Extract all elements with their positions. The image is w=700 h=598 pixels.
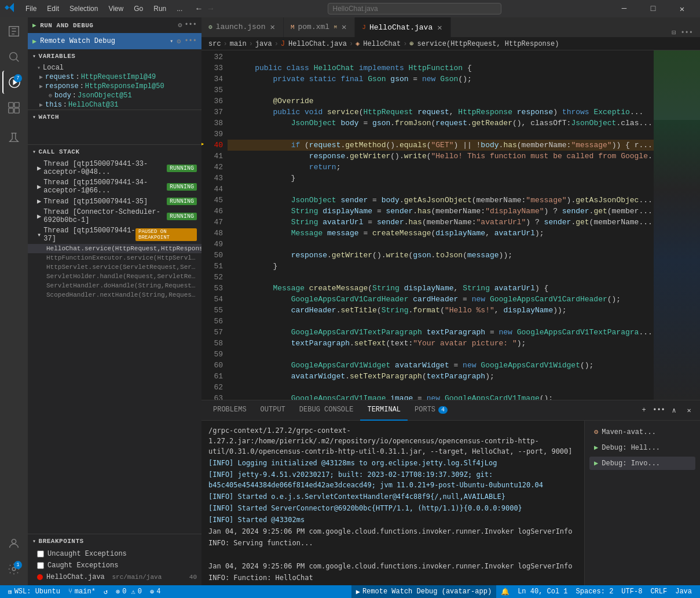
breadcrumb-method[interactable]: service(HttpRequest, HttpResponse) xyxy=(417,40,559,48)
debug-more-btn[interactable]: ••• xyxy=(184,21,197,30)
menu-run[interactable]: Run xyxy=(149,3,171,14)
status-debug[interactable]: ▶ Remote Watch Debug (avatar-app) xyxy=(351,585,496,598)
panel-more-btn[interactable]: ••• xyxy=(653,404,665,417)
activity-testing[interactable] xyxy=(2,126,25,150)
thread-0[interactable]: ▶ Thread [qtp1500079441-33-acceptor-0@48… xyxy=(28,159,201,177)
menu-more[interactable]: ... xyxy=(172,3,187,14)
status-eol[interactable]: CRLF xyxy=(647,585,670,598)
session-chevron[interactable]: ▾ xyxy=(170,38,173,45)
tab-pom[interactable]: M pom.xml M ✕ xyxy=(284,17,355,37)
local-group[interactable]: ▾ Local xyxy=(28,63,201,72)
panel-tab-ports[interactable]: PORTS 4 xyxy=(408,400,455,421)
panel-tab-debug-console[interactable]: DEBUG CONSOLE xyxy=(292,400,361,421)
editor-area: ⚙ launch.json ✕ M pom.xml M ✕ J HelloCha… xyxy=(201,17,700,585)
minimize-btn[interactable]: ─ xyxy=(611,0,637,17)
status-language[interactable]: Java xyxy=(672,585,695,598)
breadcrumb-class[interactable]: HelloChat xyxy=(363,40,401,48)
panel-close-btn[interactable]: ✕ xyxy=(683,404,695,417)
callstack-frame-5[interactable]: ScopedHandler.nextHandle(String,Request,… xyxy=(28,290,201,300)
terminal-line: INFO: Serving function... xyxy=(208,538,577,548)
bp-uncaught[interactable]: Uncaught Exceptions xyxy=(28,548,201,560)
debug-config-btn[interactable]: ⚙ xyxy=(178,21,182,30)
activity-search[interactable] xyxy=(2,45,25,68)
status-spaces[interactable]: Spaces: 2 xyxy=(573,585,617,598)
status-line-col[interactable]: Ln 40, Col 1 xyxy=(514,585,571,598)
maven-label: Maven-avat... xyxy=(602,428,656,436)
more-tabs-btn[interactable]: ••• xyxy=(678,29,695,37)
status-port[interactable]: ⊕ 4 xyxy=(146,585,164,598)
tab-pom-close[interactable]: ✕ xyxy=(340,21,347,33)
callstack-frame-1[interactable]: HttpFunctionExecutor.service(HttpServlet… xyxy=(28,253,201,262)
panel-tab-terminal[interactable]: TERMINAL xyxy=(360,400,408,421)
status-git[interactable]: ⑂ main* xyxy=(65,585,99,598)
code-line-44 xyxy=(228,184,654,195)
code-editor[interactable]: 32 33 34 35 36 37 38 39 ⮞ 40 41 42 43 44… xyxy=(201,50,700,400)
activity-settings[interactable]: 1 xyxy=(2,557,25,581)
session-more-icon[interactable]: ••• xyxy=(184,37,197,45)
breadcrumb-main[interactable]: main xyxy=(230,40,247,48)
search-input[interactable] xyxy=(328,3,501,14)
menu-view[interactable]: View xyxy=(104,3,128,14)
thread-3[interactable]: ▶ Thread [Connector-Scheduler-6920b0bc-1… xyxy=(28,207,201,225)
tab-hellochat-close[interactable]: ✕ xyxy=(436,21,443,34)
bp-uncaught-checkbox[interactable] xyxy=(37,550,44,557)
nav-forward[interactable]: → xyxy=(208,4,213,13)
status-encoding[interactable]: UTF-8 xyxy=(618,585,646,598)
panel-right-maven[interactable]: ⚙ Maven-avat... xyxy=(589,425,695,439)
activity-extensions[interactable] xyxy=(2,96,25,119)
panel-tab-problems[interactable]: PROBLEMS xyxy=(206,400,254,421)
activity-account[interactable] xyxy=(2,532,25,555)
status-sync[interactable]: ↺ xyxy=(100,585,111,598)
tab-launch-icon: ⚙ xyxy=(208,23,212,31)
bp-hellochat[interactable]: HelloChat.java src/main/java 40 xyxy=(28,571,201,583)
breadcrumb-file[interactable]: HelloChat.java xyxy=(288,40,347,48)
var-body[interactable]: ⊕ body : JsonObject@51 xyxy=(35,91,201,100)
nav-back[interactable]: ← xyxy=(196,4,201,13)
menu-selection[interactable]: Selection xyxy=(65,3,102,14)
code-line-50: response.getWriter().write(gson.toJson(m… xyxy=(228,250,654,261)
menu-edit[interactable]: Edit xyxy=(42,3,64,14)
var-response[interactable]: ▶ response : HttpResponseImpl@50 xyxy=(35,82,201,91)
add-terminal-btn[interactable]: + xyxy=(637,404,650,417)
breadcrumb-src[interactable]: src xyxy=(208,40,221,48)
tab-launch-json[interactable]: ⚙ launch.json ✕ xyxy=(201,17,284,37)
terminal-content[interactable]: /grpc-context/1.27.2/grpc-context-1.27.2… xyxy=(201,421,584,585)
breakpoints-header[interactable]: ▾ BREAKPOINTS xyxy=(28,534,201,548)
panel-right-debug-invo[interactable]: ▶ Debug: Invo... xyxy=(589,457,695,470)
status-wsl[interactable]: ⊞ WSL: Ubuntu xyxy=(5,585,64,598)
session-name[interactable]: Remote Watch Debug xyxy=(40,37,115,45)
tab-hellochat[interactable]: J HelloChat.java ✕ xyxy=(355,17,450,37)
panel-tab-output[interactable]: OUTPUT xyxy=(254,400,292,421)
breadcrumb-java[interactable]: java xyxy=(255,40,272,48)
tab-launch-close[interactable]: ✕ xyxy=(269,21,276,33)
bp-caught-checkbox[interactable] xyxy=(37,562,44,569)
var-expand-icon: ▶ xyxy=(39,83,43,90)
split-editor-btn[interactable]: ⊟ xyxy=(669,28,678,37)
callstack-frame-3[interactable]: ServletHolder.handle(Request,ServletRequ… xyxy=(28,272,201,281)
panel-right-debug-hell[interactable]: ▶ Debug: Hell... xyxy=(589,441,695,454)
maximize-btn[interactable]: □ xyxy=(640,0,666,17)
activity-debug[interactable]: 7 xyxy=(2,71,25,94)
menu-file[interactable]: File xyxy=(21,3,41,14)
thread-2[interactable]: ▶ Thread [qtp1500079441-35] RUNNING xyxy=(28,196,201,207)
var-this[interactable]: ▶ this : HelloChat@31 xyxy=(35,100,201,110)
thread-1[interactable]: ▶ Thread [qtp1500079441-34-acceptor-1@66… xyxy=(28,177,201,196)
panel-collapse-btn[interactable]: ∧ xyxy=(668,404,680,417)
status-bell[interactable]: 🔔 xyxy=(497,585,513,598)
close-btn[interactable]: ✕ xyxy=(669,0,695,17)
tab-pom-modified: M xyxy=(334,24,337,30)
callstack-frame-0[interactable]: HelloChat.service(HttpRequest,HttpRespon… xyxy=(28,244,201,253)
variables-header[interactable]: ▾ VARIABLES xyxy=(28,49,201,63)
callstack-frame-2[interactable]: HttpServlet.service(ServletRequest,Servl… xyxy=(28,262,201,272)
var-request[interactable]: ▶ request : HttpRequestImpl@49 xyxy=(35,72,201,82)
bp-caught[interactable]: Caught Exceptions xyxy=(28,560,201,571)
session-config-icon[interactable]: ⚙ xyxy=(177,37,181,46)
activity-explorer[interactable] xyxy=(2,20,25,43)
code-content[interactable]: public class HelloChat implements HttpFu… xyxy=(228,50,654,400)
menu-go[interactable]: Go xyxy=(129,3,148,14)
watch-header[interactable]: ▾ WATCH xyxy=(28,110,201,124)
thread-4[interactable]: ▾ Thread [qtp1500079441-37] PAUSED ON BR… xyxy=(28,225,201,244)
callstack-header[interactable]: ▾ CALL STACK xyxy=(28,145,201,159)
status-errors[interactable]: ⊗ 0 ⚠ 0 xyxy=(112,585,145,598)
callstack-frame-4[interactable]: ServletHandler.doHandle(String,Request,H… xyxy=(28,281,201,290)
